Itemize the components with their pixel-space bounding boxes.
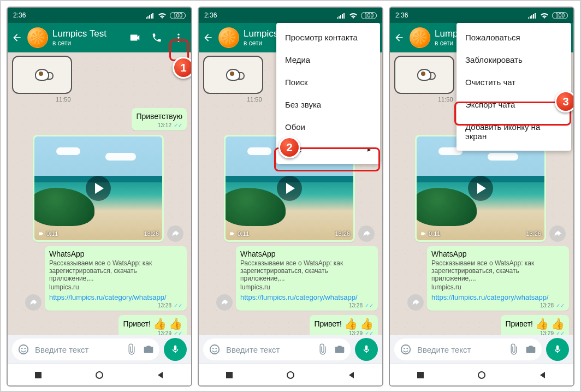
nav-recent-icon[interactable] (34, 371, 43, 379)
menu-report[interactable]: Пожаловаться (456, 26, 571, 49)
menu-media[interactable]: Медиа (276, 49, 380, 71)
forward-icon[interactable] (407, 294, 424, 311)
message-input[interactable]: Введите текст (12, 338, 159, 360)
avatar[interactable] (218, 27, 239, 48)
thumbs-up-icon: 👍 (153, 318, 167, 329)
emoji-icon[interactable] (400, 343, 412, 355)
camera-icon[interactable] (143, 344, 154, 355)
emoji-icon[interactable] (17, 343, 29, 355)
nav-recent-icon[interactable] (416, 371, 425, 379)
play-icon[interactable] (468, 176, 493, 201)
chat-area[interactable]: 11:50 Приветствую 13:12✓✓ 0:11 (8, 52, 191, 335)
nav-back-icon[interactable] (156, 371, 165, 379)
svg-point-9 (212, 348, 214, 349)
read-ticks-icon: ✓✓ (174, 330, 182, 335)
svg-point-7 (96, 372, 103, 378)
svg-point-8 (210, 345, 220, 354)
menu-add-shortcut[interactable]: Добавить иконку на экран (456, 116, 571, 147)
voice-message-button[interactable] (164, 338, 187, 361)
attach-icon[interactable] (126, 343, 138, 355)
message-hello[interactable]: Привет!👍👍13:29✓✓ (501, 315, 569, 335)
more-options-icon[interactable] (173, 32, 185, 44)
camera-icon[interactable] (334, 344, 345, 355)
thumbs-up-icon: 👍 (169, 318, 182, 329)
forward-icon[interactable] (549, 225, 566, 242)
camera-icon[interactable] (525, 344, 536, 355)
message-hello[interactable]: Привет!👍👍13:29✓✓ (310, 315, 378, 335)
svg-point-0 (177, 34, 179, 35)
sticker-message[interactable] (203, 56, 263, 94)
forward-icon[interactable] (216, 294, 233, 311)
nav-recent-icon[interactable] (225, 371, 234, 379)
menu-view-contact[interactable]: Просмотр контакта (276, 26, 380, 49)
menu-wallpaper[interactable]: Обои (276, 116, 380, 138)
menu-search[interactable]: Поиск (276, 71, 380, 93)
forward-icon[interactable] (167, 225, 183, 242)
message-input[interactable]: Введите текст (203, 338, 351, 360)
message-greeting[interactable]: Приветствую 13:12✓✓ (132, 108, 187, 130)
status-time: 2:36 (13, 11, 26, 19)
link-message[interactable]: WhatsAppРассказываем все о WatsApp: как … (427, 246, 569, 311)
avatar[interactable] (27, 27, 48, 48)
attach-icon[interactable] (317, 343, 329, 355)
voice-message-button[interactable] (355, 338, 378, 361)
play-icon[interactable] (277, 176, 302, 201)
video-message[interactable]: 0:11 13:26 (33, 135, 164, 242)
menu-clear-chat[interactable]: Очистить чат (456, 71, 571, 93)
title-block[interactable]: Lumpics Test в сети (52, 28, 124, 47)
battery-level: 100 (170, 12, 186, 19)
svg-point-10 (216, 348, 217, 349)
emoji-icon[interactable] (209, 343, 221, 355)
link-domain: lumpics.ru (49, 283, 182, 291)
link-message[interactable]: WhatsApp Рассказываем все о WatsApp: как… (45, 246, 187, 311)
svg-point-14 (404, 348, 405, 349)
status-icons: 100 (337, 12, 377, 19)
menu-mute[interactable]: Без звука (276, 93, 380, 116)
nav-home-icon[interactable] (477, 371, 486, 379)
nav-home-icon[interactable] (95, 371, 104, 379)
sticker-message[interactable] (12, 56, 72, 94)
avatar[interactable] (410, 27, 430, 48)
attach-icon[interactable] (508, 343, 520, 355)
input-bar: Введите текст (390, 335, 573, 364)
message-hello[interactable]: Привет!👍👍 13:29✓✓ (118, 315, 187, 335)
battery-level: 100 (361, 12, 377, 19)
nav-back-icon[interactable] (347, 371, 356, 379)
nav-back-icon[interactable] (538, 371, 547, 379)
contact-name: Lumpics Test (52, 28, 124, 39)
status-bar: 2:36 100 (8, 8, 191, 23)
phone-screen-3: 2:36 100 Lumpics T в сети 11:50 Приветст… (389, 7, 574, 387)
link-message[interactable]: WhatsAppРассказываем все о WatsApp: как … (236, 246, 378, 311)
play-icon[interactable] (86, 176, 111, 201)
message-input[interactable]: Введите текст (394, 338, 542, 360)
forward-icon[interactable] (25, 294, 42, 311)
video-duration: 0:11 (38, 230, 58, 237)
back-icon[interactable] (393, 32, 405, 44)
voice-call-icon[interactable] (151, 32, 163, 44)
status-icons: 100 (146, 12, 186, 19)
sticker-message[interactable] (394, 56, 454, 94)
link-url[interactable]: https://lumpics.ru/category/whatsapp/ (49, 293, 182, 301)
svg-point-4 (21, 348, 22, 349)
greeting-time: 13:12 (158, 122, 171, 128)
video-call-icon[interactable] (129, 32, 141, 44)
greeting-text: Приветствую (136, 112, 182, 121)
status-time: 2:36 (204, 11, 217, 19)
status-icons: 100 (528, 12, 568, 19)
phone-screen-2: 2:36 100 Lumpics T в сети 11:50 Приветст… (198, 7, 383, 387)
video-message[interactable]: 0:1113:26 (415, 135, 546, 242)
forward-icon[interactable] (358, 225, 375, 242)
callout-2: 2 (278, 136, 300, 158)
more-submenu: Пожаловаться Заблокировать Очистить чат … (456, 23, 571, 151)
voice-message-button[interactable] (546, 338, 569, 361)
back-icon[interactable] (202, 32, 214, 44)
nav-home-icon[interactable] (286, 371, 295, 379)
nav-bar (390, 364, 573, 385)
menu-export-chat[interactable]: Экспорт чата (456, 93, 571, 116)
status-time: 2:36 (395, 11, 408, 19)
callout-3: 3 (555, 91, 574, 112)
back-icon[interactable] (11, 32, 23, 44)
menu-block[interactable]: Заблокировать (456, 49, 571, 71)
read-ticks-icon: ✓✓ (174, 122, 182, 128)
status-bar: 2:36 100 (390, 8, 573, 23)
